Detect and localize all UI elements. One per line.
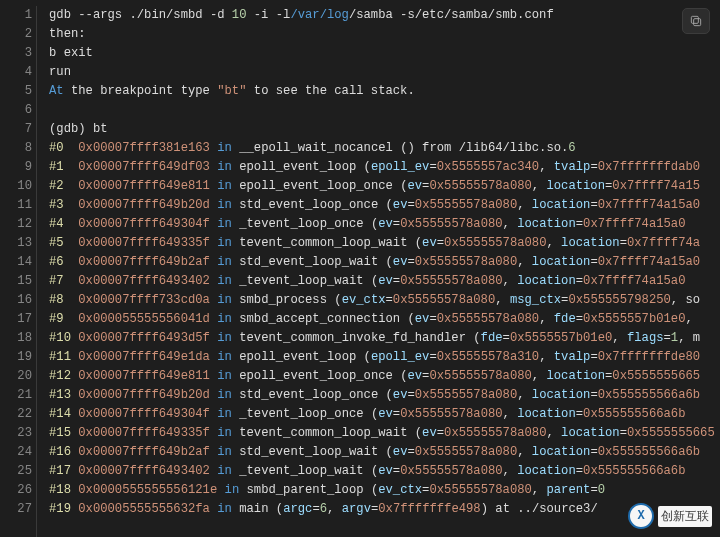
frame-address: 0x00007ffff649b20d (78, 388, 210, 402)
frame-function: smbd_accept_connection (239, 312, 400, 326)
cmd-mid: -i -l (246, 8, 290, 22)
stack-frame: #12 0x00007ffff649e811 in epoll_event_lo… (49, 367, 720, 386)
code-editor: 1234567891011121314151617181920212223242… (0, 0, 720, 537)
line-number: 13 (0, 234, 32, 253)
in-keyword: in (217, 198, 232, 212)
in-keyword: in (217, 141, 232, 155)
frame-index: #5 (49, 236, 64, 250)
frame-address: 0x00007ffff649e811 (78, 369, 210, 383)
stack-frame: #5 0x00007ffff649335f in tevent_common_l… (49, 234, 720, 253)
in-keyword: in (217, 312, 232, 326)
arg-value: 0x7fffffffdab0 (598, 160, 700, 174)
frame-address: 0x00007ffff649335f (78, 236, 210, 250)
arg-name: location (561, 426, 620, 440)
in-keyword: in (217, 160, 232, 174)
in-keyword: in (217, 255, 232, 269)
copy-button[interactable] (682, 8, 710, 34)
arg-value: 0x7ffff74a15a0 (598, 198, 700, 212)
cmd-prefix: gdb --args ./bin/smbd -d (49, 8, 232, 22)
stack-frame: #1 0x00007ffff649df03 in epoll_event_loo… (49, 158, 720, 177)
stack-frame: #6 0x00007ffff649b2af in std_event_loop_… (49, 253, 720, 272)
frame-index: #12 (49, 369, 71, 383)
frame-index: #13 (49, 388, 71, 402)
arg-name: ev (393, 198, 408, 212)
frame-function: epoll_event_loop_once (239, 369, 393, 383)
arg-value: 0x7ffff74a15a0 (583, 217, 685, 231)
arg-value: 0x55555578a080 (429, 179, 531, 193)
in-keyword: in (225, 483, 240, 497)
frame-index: #7 (49, 274, 64, 288)
arg-name: location (532, 255, 591, 269)
frame-function: std_event_loop_wait (239, 445, 378, 459)
line-number: 5 (0, 82, 32, 101)
line-number: 4 (0, 63, 32, 82)
frame-address: 0x00007ffff649304f (78, 217, 210, 231)
frame-function: std_event_loop_wait (239, 255, 378, 269)
arg-name: msg_ctx (510, 293, 561, 307)
bt-string: "bt" (217, 84, 246, 98)
arg-value: 0x7fffffffde80 (598, 350, 700, 364)
path-var: /var/ (290, 8, 327, 22)
frame-address: 0x00005555555632fa (78, 502, 210, 516)
arg-value: 0x555555566a6b (598, 445, 700, 459)
in-keyword: in (217, 217, 232, 231)
frame-address: 0x00007ffff649df03 (78, 160, 210, 174)
in-keyword: in (217, 274, 232, 288)
frame-index: #3 (49, 198, 64, 212)
breakpoint-cmd: b exit (49, 46, 93, 60)
watermark-text: 创新互联 (658, 506, 712, 527)
in-keyword: in (217, 502, 232, 516)
line-number: 3 (0, 44, 32, 63)
line-number: 18 (0, 329, 32, 348)
line-number: 9 (0, 158, 32, 177)
stack-frame: #2 0x00007ffff649e811 in epoll_event_loo… (49, 177, 720, 196)
frame-index: #15 (49, 426, 71, 440)
arg-name: flags (627, 331, 664, 345)
in-keyword: in (217, 236, 232, 250)
arg-name: location (517, 464, 576, 478)
then-label: then: (49, 27, 86, 41)
frame-index: #18 (49, 483, 71, 497)
frame-function: tevent_common_invoke_fd_handler (239, 331, 466, 345)
frame-index: #17 (49, 464, 71, 478)
arg-name: fde (481, 331, 503, 345)
line-number: 25 (0, 462, 32, 481)
debug-level: 10 (232, 8, 247, 22)
arg-name: tvalp (554, 160, 591, 174)
line-number: 27 (0, 500, 32, 519)
line-number: 2 (0, 25, 32, 44)
arg-value: 0x55555578a080 (415, 198, 517, 212)
arg-value: 0x5555557ac340 (437, 160, 539, 174)
frame-function: std_event_loop_once (239, 198, 378, 212)
line-number: 12 (0, 215, 32, 234)
frame-address: 0x00007ffff649b2af (78, 255, 210, 269)
arg-value: 0x555555798250 (568, 293, 670, 307)
frame-index: #9 (49, 312, 64, 326)
line-number: 6 (0, 101, 32, 120)
frame-index: #6 (49, 255, 64, 269)
frame-function: _tevent_loop_wait (239, 274, 363, 288)
arg-value: 0x7ffff74a15a0 (598, 255, 700, 269)
in-keyword: in (217, 293, 232, 307)
arg-value: 0x5555555665 (612, 369, 700, 383)
arg-name: epoll_ev (371, 160, 430, 174)
arg-name: location (532, 445, 591, 459)
arg-value: 0x55555578a080 (400, 407, 502, 421)
code-area[interactable]: gdb --args ./bin/smbd -d 10 -i -l/var/lo… (37, 6, 720, 537)
arg-name: ev (378, 274, 393, 288)
line-number: 23 (0, 424, 32, 443)
line-number: 14 (0, 253, 32, 272)
frame-body: __epoll_wait_nocancel () from /lib64/lib… (239, 141, 568, 155)
svg-rect-1 (691, 16, 698, 23)
arg-name: ev_ctx (342, 293, 386, 307)
arg-name: ev (393, 388, 408, 402)
frame-address: 0x00007ffff6493d5f (78, 331, 210, 345)
arg-value: 0x55555578a080 (400, 274, 502, 288)
arg-name: ev_ctx (378, 483, 422, 497)
in-keyword: in (217, 331, 232, 345)
stack-frame: #18 0x0000555555556121e in smbd_parent_l… (49, 481, 720, 500)
stack-frame: #13 0x00007ffff649b20d in std_event_loop… (49, 386, 720, 405)
stack-frame: #7 0x00007ffff6493402 in _tevent_loop_wa… (49, 272, 720, 291)
frame-function: _tevent_loop_once (239, 407, 363, 421)
arg-name: ev (422, 236, 437, 250)
